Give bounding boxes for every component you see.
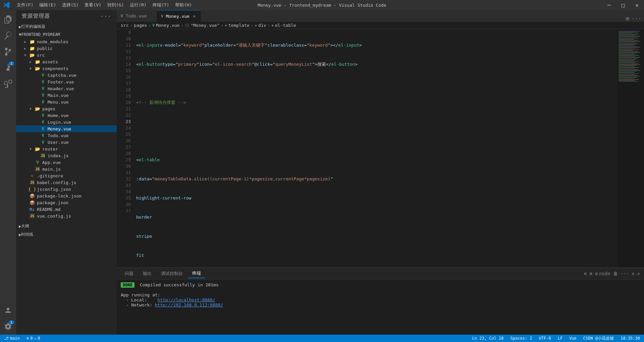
money-tab-close-button[interactable]: ✕ xyxy=(192,13,196,19)
status-branch[interactable]: ⎇ main xyxy=(3,336,21,341)
tree-login[interactable]: ▶ V Login.vue xyxy=(16,119,117,125)
todo-label: Todo.vue xyxy=(48,133,69,138)
tree-readme[interactable]: ▶ M↓ README.md xyxy=(16,206,117,213)
activity-explorer[interactable] xyxy=(0,11,16,27)
pages-arrow-icon: ▼ xyxy=(30,107,35,111)
terminal-chevron-button[interactable]: ∧ xyxy=(632,271,634,276)
menu-select[interactable]: 选择(S) xyxy=(59,1,81,9)
bc-template[interactable]: ◈ template xyxy=(225,23,249,28)
status-errors[interactable]: ⊗ 0 ⚠ 0 xyxy=(25,336,42,341)
tree-vue-config[interactable]: ▶ JS vue.config.js xyxy=(16,213,117,219)
tree-jsconfig[interactable]: ▶ { } jsconfig.json xyxy=(16,186,117,192)
status-spaces[interactable]: Spaces: 2 xyxy=(509,336,534,341)
menu-view[interactable]: 查看(V) xyxy=(82,1,104,9)
warning-icon: ⚠ xyxy=(34,336,36,341)
term-tab-problems[interactable]: 问题 xyxy=(121,269,138,278)
outline-label: 大纲 xyxy=(21,223,29,229)
menu-help[interactable]: 帮助(H) xyxy=(172,1,194,9)
bc-pages[interactable]: pages xyxy=(134,23,147,28)
open-editors-header[interactable]: ▶ 打开的编辑器 xyxy=(16,22,117,31)
tree-main-js[interactable]: ▶ JS main.js xyxy=(16,166,117,172)
menu-terminal[interactable]: 终端(T) xyxy=(150,1,172,9)
term-tab-terminal[interactable]: 终端 xyxy=(188,269,205,278)
menu-file[interactable]: 文件(F) xyxy=(14,1,36,9)
git-branch-icon: ⎇ xyxy=(4,336,9,341)
line-numbers: 9 10 11 12 13 14 15 16 17 18 19 20 21 22… xyxy=(117,29,133,268)
term-tab-output[interactable]: 输出 xyxy=(139,269,156,278)
tree-src[interactable]: ▼ 📂 src xyxy=(16,52,117,58)
tree-pages[interactable]: ▼ 📂 pages xyxy=(16,105,117,112)
tree-babel-config[interactable]: ▶ JS babel.config.js xyxy=(16,179,117,186)
terminal-local-url[interactable]: http://localhost:8888/ xyxy=(158,297,215,302)
user-vue-icon: V xyxy=(40,139,46,145)
window-controls[interactable]: ─ □ ✕ xyxy=(605,1,641,9)
activity-debug[interactable]: 1 xyxy=(0,60,16,76)
tree-public[interactable]: ▶ 📁 public xyxy=(16,45,117,52)
terminal-kill-button[interactable]: 🗑 xyxy=(613,271,618,276)
term-tab-debug-console[interactable]: 调试控制台 xyxy=(157,269,187,278)
timeline-header[interactable]: ▶ 时间线 xyxy=(16,230,117,239)
tree-components[interactable]: ▼ 📂 components xyxy=(16,65,117,72)
terminal-content[interactable]: DONE Compiled successfully in 201ms App … xyxy=(117,280,644,335)
tree-money[interactable]: ▶ V Money.vue xyxy=(16,125,117,132)
activity-search[interactable] xyxy=(0,27,16,44)
tree-user[interactable]: ▶ V User.vue xyxy=(16,139,117,146)
tree-footer[interactable]: ▶ V Footer.vue xyxy=(16,78,117,85)
gitignore-label: .gitignore xyxy=(37,173,63,178)
tree-gitignore[interactable]: ▶ ⊖ .gitignore xyxy=(16,172,117,179)
activity-source-control[interactable] xyxy=(0,44,16,60)
tree-captcha[interactable]: ▶ V Captcha.vue xyxy=(16,72,117,78)
code-line-14 xyxy=(133,137,617,144)
tree-menu-vue[interactable]: ▶ V Menu.vue xyxy=(16,99,117,105)
tree-package-lock[interactable]: ▶ 📦 package-lock.json xyxy=(16,192,117,199)
tree-node-modules[interactable]: ▶ 📁 node_modules xyxy=(16,38,117,45)
terminal-close-button[interactable]: ✕ xyxy=(637,271,640,276)
tab-money[interactable]: V Money.vue ✕ xyxy=(157,10,201,22)
router-folder-icon: 📂 xyxy=(35,146,40,152)
minimize-button[interactable]: ─ xyxy=(605,1,613,9)
activity-settings[interactable]: 1 xyxy=(0,319,16,335)
bc-src[interactable]: src xyxy=(121,23,128,28)
menu-bar[interactable]: 文件(F) 编辑(E) 选择(S) 查看(V) 转到(G) 运行(R) 终端(T… xyxy=(14,1,195,9)
tree-header[interactable]: ▶ V Header.vue xyxy=(16,85,117,92)
tree-assets[interactable]: ▶ 📁 assets xyxy=(16,58,117,65)
code-content[interactable]: <el-input v-model="keyword" placeholder=… xyxy=(133,29,617,268)
tree-app-vue[interactable]: ▶ V App.vue xyxy=(16,159,117,166)
line-num-27: 27 xyxy=(117,144,131,150)
menu-edit[interactable]: 编辑(E) xyxy=(37,1,58,9)
bc-scope[interactable]: {} "Money.vue" xyxy=(185,23,219,28)
status-encoding[interactable]: UTF-8 xyxy=(538,336,552,341)
tab-todo[interactable]: V Todo.vue xyxy=(117,10,157,22)
tree-main-vue[interactable]: ▶ V Main.vue xyxy=(16,92,117,99)
terminal-split-button[interactable]: ⊞ xyxy=(589,271,592,276)
more-actions-button[interactable]: ··· xyxy=(632,15,641,22)
tree-home[interactable]: ▶ V Home.vue xyxy=(16,112,117,119)
bc-div[interactable]: ◈ div xyxy=(255,23,266,28)
menu-run[interactable]: 运行(R) xyxy=(127,1,149,9)
line-num-20: 20 xyxy=(117,99,131,106)
terminal-more-button[interactable]: ··· xyxy=(621,271,629,276)
status-position[interactable]: Ln 23, Col 28 xyxy=(471,336,505,341)
tree-todo[interactable]: ▶ V Todo.vue xyxy=(16,132,117,139)
tree-router[interactable]: ▼ 📂 router xyxy=(16,146,117,152)
split-editor-button[interactable]: ⊞ xyxy=(626,15,629,22)
tree-index-js[interactable]: ▶ JS index.js xyxy=(16,152,117,159)
bc-eltable[interactable]: ◈ el-table xyxy=(271,23,296,28)
menu-goto[interactable]: 转到(G) xyxy=(105,1,126,9)
root-folder-header[interactable]: ▼ FRONTEND_MYDREAM xyxy=(16,31,117,38)
sidebar-title: 资源管理器 xyxy=(21,13,50,20)
activity-extensions[interactable] xyxy=(0,76,16,92)
sidebar-more-button[interactable]: ··· xyxy=(101,13,111,19)
terminal-network-url[interactable]: http://192.168.0.112:8888/ xyxy=(155,302,223,307)
restore-button[interactable]: □ xyxy=(619,1,628,9)
menu-vue-icon: V xyxy=(40,99,46,105)
close-button[interactable]: ✕ xyxy=(633,1,641,9)
status-eol[interactable]: LF xyxy=(556,336,564,341)
outline-header[interactable]: ▶ 大纲 xyxy=(16,222,117,230)
home-label: Home.vue xyxy=(48,113,69,118)
status-language[interactable]: Vue xyxy=(568,336,578,341)
tree-package-json[interactable]: ▶ 📦 package.json xyxy=(16,199,117,206)
bc-file[interactable]: V Money.vue xyxy=(152,23,179,28)
activity-account[interactable] xyxy=(0,302,16,319)
terminal-plus-button[interactable]: ⊕ xyxy=(584,271,587,276)
